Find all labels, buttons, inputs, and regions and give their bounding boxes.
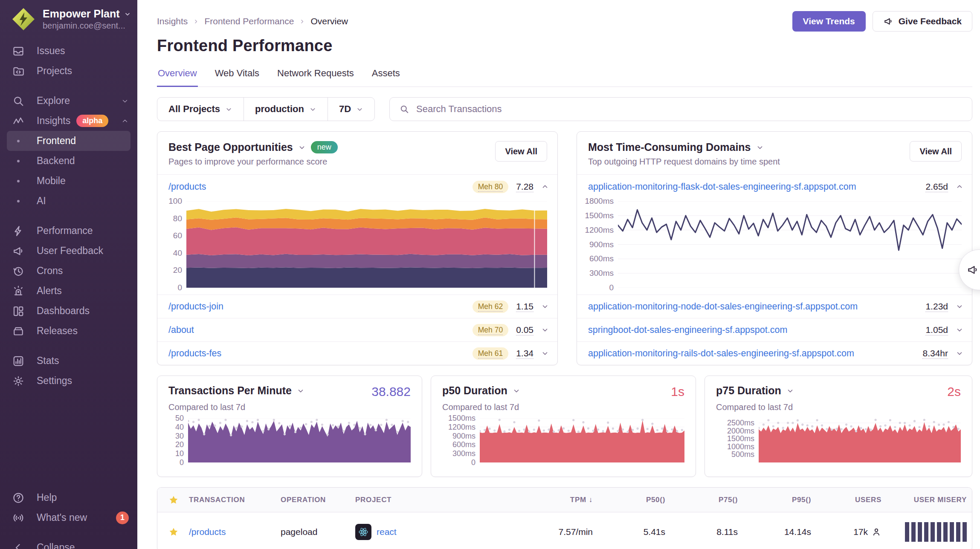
row-value[interactable]: 1.34 — [516, 348, 533, 358]
sidebar-item-backend[interactable]: Backend — [7, 151, 130, 171]
sidebar-item-crons[interactable]: Crons — [0, 261, 137, 281]
sidebar-item-label: Dashboards — [37, 305, 90, 317]
panel-title: Most Time-Consuming Domains — [588, 141, 751, 153]
axis-tick: 1200ms — [585, 225, 614, 235]
transaction-link[interactable]: application-monitoring-flask-dot-sales-e… — [588, 182, 856, 192]
column-header-p95[interactable]: P95() — [743, 496, 816, 504]
star-icon[interactable] — [157, 527, 184, 537]
transaction-link[interactable]: /products-fes — [168, 348, 221, 359]
view-trends-button[interactable]: View Trends — [792, 11, 866, 32]
breadcrumb-insights[interactable]: Insights — [157, 16, 188, 26]
chevron-down-icon[interactable] — [513, 387, 520, 395]
score-badge[interactable]: Meh 80 — [473, 181, 508, 193]
chevron-left-icon — [12, 541, 25, 549]
page-filter-group: All Projects production 7D — [157, 97, 375, 121]
row-value[interactable]: 1.05d — [925, 325, 948, 335]
row-value[interactable]: 1.15 — [516, 301, 533, 312]
transaction-link[interactable]: /about — [168, 325, 194, 335]
sidebar-item-label: Collapse — [37, 542, 75, 549]
view-all-button[interactable]: View All — [910, 141, 962, 162]
project-link[interactable]: react — [377, 527, 397, 537]
row-value[interactable]: 0.05 — [516, 325, 533, 335]
breadcrumb-frontend-performance[interactable]: Frontend Performance — [204, 16, 294, 26]
sidebar-item-dashboards[interactable]: Dashboards — [0, 301, 137, 321]
chevron-down-icon[interactable] — [298, 144, 306, 151]
chevron-down-icon[interactable] — [297, 387, 304, 395]
transaction-link[interactable]: /products-join — [168, 301, 223, 312]
siren-icon — [12, 285, 25, 298]
sidebar-item-ai[interactable]: AI — [7, 191, 130, 211]
chevron-down-icon[interactable] — [956, 303, 963, 310]
time-consuming-domains-panel: Most Time-Consuming Domains Top outgoing… — [577, 131, 972, 365]
chevron-down-icon[interactable] — [956, 326, 963, 334]
tab-overview[interactable]: Overview — [157, 66, 198, 87]
page-score-chart: 100806040200 — [157, 199, 557, 295]
search-input[interactable] — [416, 104, 963, 115]
column-header-tpm[interactable]: TPM↓ — [525, 496, 598, 504]
org-switcher[interactable]: Empower Plant benjamin.coe@sent... — [0, 0, 137, 37]
sidebar-item-explore[interactable]: Explore — [0, 91, 137, 111]
sidebar-item-help[interactable]: Help — [0, 488, 137, 508]
y-axis: 50403020100 — [168, 418, 188, 462]
tab-assets[interactable]: Assets — [371, 66, 401, 87]
transaction-link[interactable]: /products — [189, 527, 226, 537]
sidebar-item-settings[interactable]: Settings — [0, 371, 137, 391]
gear-icon — [12, 375, 25, 387]
environment-filter[interactable]: production — [244, 98, 328, 121]
chevron-right-icon — [299, 18, 305, 25]
list-item: application-monitoring-rails-dot-sales-e… — [577, 341, 972, 365]
score-badge[interactable]: Meh 61 — [473, 347, 508, 360]
sidebar-item-collapse[interactable]: Collapse — [0, 537, 137, 549]
give-feedback-button[interactable]: Give Feedback — [873, 11, 972, 32]
sidebar-item-performance[interactable]: Performance — [0, 221, 137, 241]
sidebar-item-label: Stats — [37, 355, 59, 367]
chevron-down-icon[interactable] — [541, 303, 549, 310]
sidebar-item-what-s-new[interactable]: What's new1 — [0, 508, 137, 528]
chevron-down-icon[interactable] — [756, 144, 764, 151]
sidebar-item-mobile[interactable]: Mobile — [7, 171, 130, 191]
column-header-p75[interactable]: P75() — [670, 496, 743, 504]
axis-tick: 20 — [173, 266, 182, 275]
column-header-operation[interactable]: OPERATION — [275, 496, 350, 504]
transaction-link[interactable]: springboot-dot-sales-engineering-sf.apps… — [588, 325, 787, 335]
sidebar-item-releases[interactable]: Releases — [0, 321, 137, 341]
chevron-up-icon[interactable] — [956, 183, 963, 191]
chevron-down-icon[interactable] — [541, 350, 549, 357]
column-header-project[interactable]: PROJECT — [350, 496, 525, 504]
sidebar-item-issues[interactable]: Issues — [0, 41, 137, 61]
column-header-users[interactable]: USERS — [816, 496, 887, 504]
row-value[interactable]: 8.34hr — [922, 348, 948, 358]
sidebar-item-stats[interactable]: Stats — [0, 351, 137, 371]
megaphone-icon — [966, 263, 979, 276]
row-value[interactable]: 7.28 — [516, 182, 533, 192]
sidebar-item-insights[interactable]: Insightsalpha — [0, 111, 137, 131]
column-header-p50[interactable]: P50() — [598, 496, 670, 504]
view-all-button[interactable]: View All — [495, 141, 547, 162]
project-filter[interactable]: All Projects — [157, 98, 244, 121]
sidebar-item-frontend[interactable]: Frontend — [7, 131, 130, 151]
sidebar-item-user-feedback[interactable]: User Feedback — [0, 241, 137, 261]
tab-web-vitals[interactable]: Web Vitals — [214, 66, 260, 87]
sidebar-item-projects[interactable]: Projects — [0, 61, 137, 81]
column-header-user-misery[interactable]: USER MISERY — [887, 496, 972, 504]
p50-value: 1s — [671, 384, 684, 399]
clock-icon — [12, 265, 25, 277]
row-value[interactable]: 2.65d — [925, 182, 948, 192]
score-badge[interactable]: Meh 62 — [473, 301, 508, 313]
column-header-transaction[interactable]: TRANSACTION — [184, 496, 275, 504]
row-value[interactable]: 1.23d — [925, 301, 948, 312]
tab-network-requests[interactable]: Network Requests — [276, 66, 355, 87]
sidebar-item-alerts[interactable]: Alerts — [0, 281, 137, 301]
chevron-right-icon — [193, 18, 199, 25]
score-badge[interactable]: Meh 70 — [473, 324, 508, 336]
axis-tick: 80 — [173, 214, 182, 223]
chevron-down-icon[interactable] — [541, 326, 549, 334]
transaction-link[interactable]: application-monitoring-node-dot-sales-en… — [588, 301, 858, 312]
chevron-down-icon[interactable] — [786, 387, 794, 395]
transaction-link[interactable]: application-monitoring-rails-dot-sales-e… — [588, 348, 854, 359]
transaction-link[interactable]: /products — [168, 182, 206, 192]
star-icon[interactable] — [157, 495, 184, 505]
date-range-filter[interactable]: 7D — [328, 98, 374, 121]
chevron-down-icon[interactable] — [956, 350, 963, 357]
chevron-up-icon[interactable] — [541, 183, 549, 191]
